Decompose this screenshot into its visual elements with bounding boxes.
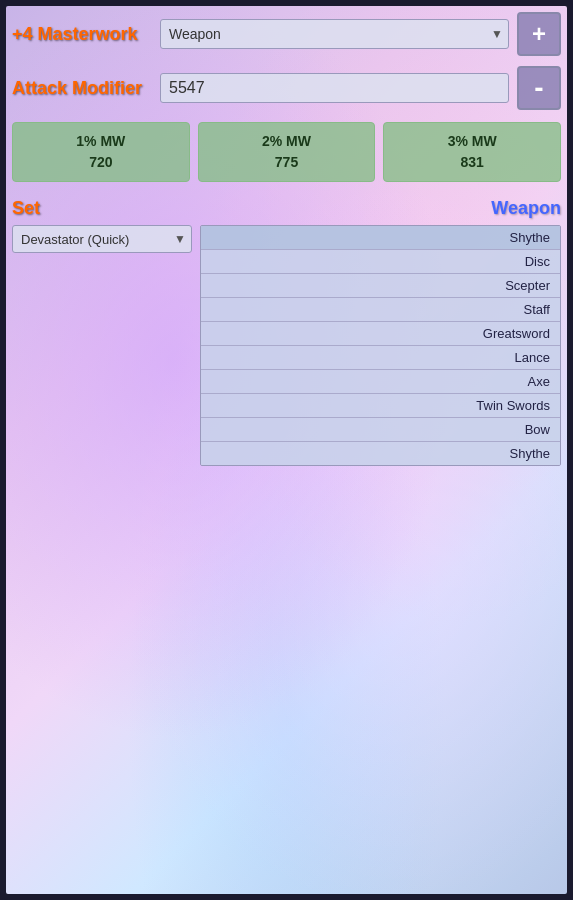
- set-select[interactable]: Devastator (Quick): [12, 225, 192, 253]
- set-label: Set: [12, 198, 152, 219]
- weapon-list-item-axe[interactable]: Axe: [201, 370, 560, 394]
- weapon-list-item-lance[interactable]: Lance: [201, 346, 560, 370]
- weapon-list-item-shythe-bot[interactable]: Shythe: [201, 442, 560, 465]
- mw-pct-label: 3% MW: [448, 133, 497, 149]
- weapon-list-item-greatsword[interactable]: Greatsword: [201, 322, 560, 346]
- weapon-list-item-scepter[interactable]: Scepter: [201, 274, 560, 298]
- mw-val-label: 831: [461, 154, 484, 170]
- minus-button[interactable]: -: [517, 66, 561, 110]
- attack-value: 5547: [160, 73, 509, 103]
- attack-modifier-label: Attack Modifier: [12, 78, 152, 99]
- mw-button-mw1[interactable]: 1% MW720: [12, 122, 190, 182]
- mw-button-mw3[interactable]: 3% MW831: [383, 122, 561, 182]
- weapon-list-item-shythe-top[interactable]: Shythe: [201, 226, 560, 250]
- weapon-list-item-staff[interactable]: Staff: [201, 298, 560, 322]
- mw-val-label: 720: [89, 154, 112, 170]
- weapon-list: ShytheDiscScepterStaffGreatswordLanceAxe…: [200, 225, 561, 466]
- weapon-list-item-bow[interactable]: Bow: [201, 418, 560, 442]
- weapon-select-container: Weapon ▼: [160, 19, 509, 49]
- set-select-container: Devastator (Quick) ▼: [12, 225, 192, 253]
- mw-pct-label: 2% MW: [262, 133, 311, 149]
- weapon-section-label: Weapon: [160, 198, 561, 219]
- plus-button[interactable]: +: [517, 12, 561, 56]
- masterwork-label: +4 Masterwork: [12, 24, 152, 45]
- mw-val-label: 775: [275, 154, 298, 170]
- weapon-list-item-disc[interactable]: Disc: [201, 250, 560, 274]
- mw-button-mw2[interactable]: 2% MW775: [198, 122, 376, 182]
- mw-pct-label: 1% MW: [76, 133, 125, 149]
- mw-buttons-row: 1% MW7202% MW7753% MW831: [12, 122, 561, 182]
- weapon-list-item-twin-swords[interactable]: Twin Swords: [201, 394, 560, 418]
- weapon-select[interactable]: Weapon: [160, 19, 509, 49]
